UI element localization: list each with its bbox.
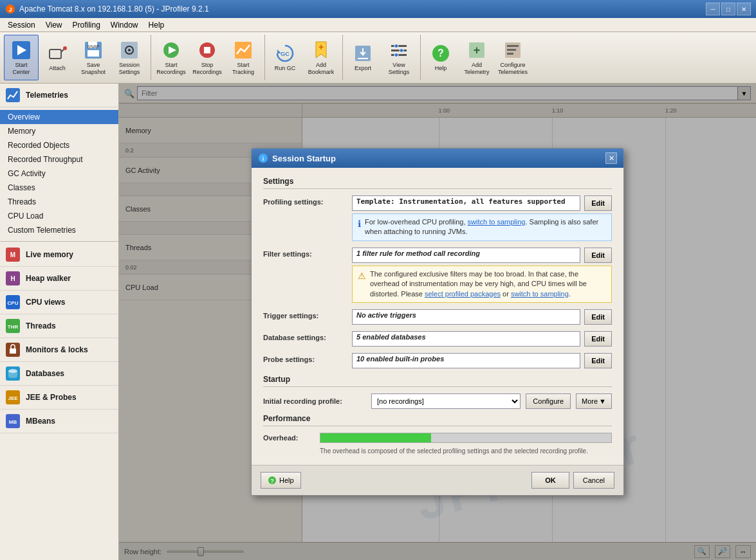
configure-btn[interactable]: Configure (526, 393, 571, 409)
startup-section-title: Startup (263, 375, 612, 387)
modal-help-btn[interactable]: ? Help (261, 472, 301, 489)
threads-label: Threads (8, 197, 36, 206)
modal-footer: ? Help OK Cancel (252, 465, 623, 495)
add-bookmark-button[interactable]: + AddBookmark (304, 35, 338, 80)
sidebar-item-classes[interactable]: Classes (0, 181, 118, 195)
save-snapshot-button[interactable]: SNAP SaveSnapshot (76, 35, 111, 80)
svg-text:J: J (8, 6, 12, 13)
filter-edit-btn[interactable]: Edit (584, 248, 612, 263)
probe-edit-btn[interactable]: Edit (584, 353, 612, 368)
svg-text:M: M (10, 251, 15, 258)
session-settings-icon (119, 40, 140, 60)
more-btn[interactable]: More ▼ (576, 393, 612, 409)
mbeans-label: MBeans (26, 417, 55, 426)
start-center-button[interactable]: StartCenter (4, 35, 39, 80)
overview-label: Overview (8, 113, 40, 122)
session-settings-button[interactable]: SessionSettings (112, 35, 147, 80)
sidebar-item-overview[interactable]: Overview (0, 110, 118, 124)
sidebar-item-mbeans[interactable]: MB MBeans (0, 410, 118, 433)
configure-telemetries-button[interactable]: ConfigureTelemetries (495, 35, 530, 80)
recording-label: Initial recording profile: (263, 397, 366, 405)
filter-warn-box: ⚠ The configured exclusive filters may b… (352, 266, 612, 303)
database-edit-btn[interactable]: Edit (584, 331, 612, 347)
sidebar-item-recorded-throughput[interactable]: Recorded Throughput (0, 152, 118, 167)
svg-text:?: ? (438, 48, 444, 59)
sidebar-item-heap-walker[interactable]: H Heap walker (0, 267, 118, 291)
cpu-views-icon: CPU (5, 294, 21, 310)
databases-icon (5, 366, 21, 381)
profiling-edit-btn[interactable]: Edit (584, 195, 612, 211)
sidebar-item-threads-big[interactable]: THR Threads (0, 314, 118, 338)
classes-label: Classes (8, 183, 35, 192)
start-recordings-button[interactable]: StartRecordings (154, 35, 189, 80)
memory-label: Memory (8, 127, 35, 136)
menu-profiling[interactable]: Profiling (68, 19, 106, 31)
add-telemetry-icon: + (466, 40, 487, 60)
switch-sampling-link2[interactable]: switch to sampling (511, 290, 569, 298)
modal-cancel-btn[interactable]: Cancel (573, 472, 614, 489)
menu-window[interactable]: Window (106, 19, 143, 31)
sidebar-item-jee-probes[interactable]: JEE JEE & Probes (0, 386, 118, 410)
export-button[interactable]: Export (346, 35, 380, 80)
sidebar-item-live-memory[interactable]: M Live memory (0, 243, 118, 267)
modal-ok-btn[interactable]: OK (531, 472, 569, 489)
telemetries-label: Telemetries (26, 91, 68, 100)
trigger-edit-btn[interactable]: Edit (584, 309, 612, 325)
maximize-btn[interactable]: □ (721, 3, 735, 15)
save-snapshot-icon: SNAP (83, 40, 104, 60)
view-settings-button[interactable]: ViewSettings (382, 35, 416, 80)
sidebar-item-recorded-objects[interactable]: Recorded Objects (0, 138, 118, 152)
svg-text:SNAP: SNAP (87, 44, 99, 49)
heap-walker-label: Heap walker (26, 274, 71, 283)
gc-activity-label: GC Activity (8, 169, 46, 178)
toolbar-group-export: Export ViewSettings (346, 35, 421, 80)
add-telemetry-button[interactable]: + AddTelemetry (459, 35, 494, 80)
trigger-label: Trigger settings: (263, 309, 347, 320)
sidebar-item-threads[interactable]: Threads (0, 195, 118, 209)
sidebar-item-telemetries[interactable]: Telemetries (0, 84, 118, 107)
configure-telemetries-icon (502, 40, 523, 60)
sidebar-item-custom-telemetries[interactable]: Custom Telemetries (0, 223, 118, 237)
sidebar: Telemetries Overview Memory Recorded Obj… (0, 84, 119, 560)
footer-left: ? Help (261, 472, 301, 489)
mbeans-icon: MB (5, 413, 21, 429)
sidebar-item-databases[interactable]: Databases (0, 362, 118, 386)
more-chevron-icon: ▼ (599, 397, 606, 405)
attach-button[interactable]: Attach (40, 35, 75, 80)
probe-settings-row: Probe settings: 10 enabled built-in prob… (263, 353, 612, 368)
trigger-settings-row: Trigger settings: No active triggers Edi… (263, 309, 612, 325)
sidebar-item-monitors-locks[interactable]: Monitors & locks (0, 338, 118, 362)
database-value-area: 5 enabled databases Edit (352, 331, 612, 347)
sidebar-item-memory[interactable]: Memory (0, 124, 118, 138)
svg-text:H: H (10, 275, 15, 282)
sidebar-item-gc-activity[interactable]: GC Activity (0, 167, 118, 181)
select-packages-link[interactable]: select profiled packages (425, 290, 501, 298)
content-area: 🔍 ▼ Memory 0.2 GC Activity Classes (119, 84, 756, 560)
switch-sampling-link[interactable]: switch to sampling (468, 218, 526, 226)
recording-profile-select[interactable]: [no recordings] (371, 393, 521, 409)
svg-text:JEE: JEE (8, 395, 18, 401)
title-bar: J Apache Tomcat 8.x on 192.168.1.80 (5) … (0, 0, 756, 18)
minimize-btn[interactable]: ─ (706, 3, 720, 15)
start-tracking-button[interactable]: StartTracking (226, 35, 261, 80)
start-center-label: StartCenter (12, 62, 30, 76)
menu-session[interactable]: Session (3, 19, 41, 31)
sidebar-item-cpu-load[interactable]: CPU Load (0, 209, 118, 223)
menu-help[interactable]: Help (143, 19, 170, 31)
recorded-objects-label: Recorded Objects (8, 141, 69, 150)
help-button[interactable]: ? Help (423, 35, 458, 80)
overhead-bar (320, 433, 612, 443)
view-settings-label: ViewSettings (389, 62, 410, 76)
modal-close-btn[interactable]: ✕ (605, 152, 617, 164)
menu-view[interactable]: View (41, 19, 68, 31)
probe-value-row: 10 enabled built-in probes Edit (352, 353, 612, 368)
performance-section-title: Performance (263, 414, 612, 426)
monitors-locks-icon (5, 342, 21, 357)
sidebar-item-cpu-views[interactable]: CPU CPU views (0, 291, 118, 314)
stop-recordings-button[interactable]: StopRecordings (190, 35, 225, 80)
start-center-icon (11, 40, 32, 60)
run-gc-button[interactable]: GC Run GC (268, 35, 302, 80)
jee-probes-label: JEE & Probes (26, 393, 77, 402)
close-btn[interactable]: ✕ (737, 3, 751, 15)
svg-text:+: + (474, 44, 481, 57)
